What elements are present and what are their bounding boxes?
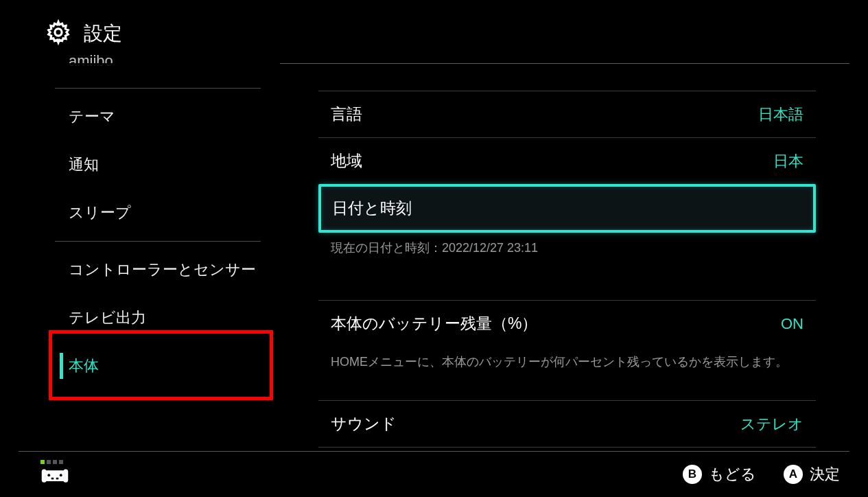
setting-datetime[interactable]: 日付と時刻 (318, 184, 816, 233)
back-button-hint[interactable]: B もどる (683, 464, 756, 485)
setting-value: ステレオ (740, 414, 804, 435)
setting-sound[interactable]: サウンド ステレオ (318, 400, 816, 447)
sidebar-item-tv-output[interactable]: テレビ出力 (55, 294, 280, 342)
settings-content: 言語 日本語 地域 日本 日付と時刻 現在の日付と時刻：2022/12/27 2… (280, 63, 868, 448)
sidebar-item-label: amiibo (69, 52, 113, 69)
sidebar-item-label: コントローラーとセンサー (69, 261, 256, 278)
select-label: 決定 (810, 464, 840, 485)
controller-status (40, 460, 69, 489)
svg-rect-2 (42, 470, 47, 483)
sidebar-item-label: 通知 (69, 156, 99, 173)
setting-label: サウンド (331, 413, 397, 435)
setting-value: 日本 (773, 151, 804, 172)
sidebar-item-system[interactable]: 本体 (55, 342, 280, 390)
sidebar-item-label: テレビ出力 (69, 309, 146, 326)
select-button-hint[interactable]: A 決定 (784, 464, 840, 485)
b-button-icon: B (683, 465, 702, 484)
svg-rect-7 (56, 478, 59, 480)
setting-language[interactable]: 言語 日本語 (318, 91, 816, 137)
sidebar-divider (55, 88, 261, 89)
setting-label: 言語 (331, 104, 362, 125)
setting-label: 本体のバッテリー残量（%） (331, 313, 537, 334)
back-label: もどる (709, 464, 756, 485)
sidebar-item-amiibo[interactable]: amiibo (55, 52, 280, 84)
setting-value: ON (781, 315, 804, 333)
page-title: 設定 (84, 21, 122, 47)
svg-point-4 (47, 474, 50, 476)
setting-label: 日付と時刻 (332, 198, 412, 219)
setting-region[interactable]: 地域 日本 (318, 137, 816, 184)
setting-datetime-desc: 現在の日付と時刻：2022/12/27 23:11 (318, 233, 816, 273)
player-indicator (40, 460, 63, 464)
gear-icon (45, 19, 71, 48)
svg-point-0 (55, 29, 62, 36)
sidebar-item-label: テーマ (69, 108, 115, 125)
sidebar-item-label: 本体 (69, 357, 99, 374)
setting-battery-desc: HOMEメニューに、本体のバッテリーが何パーセント残っているかを表示します。 (318, 347, 816, 386)
sidebar-item-sleep[interactable]: スリープ (55, 189, 280, 237)
a-button-icon: A (784, 465, 803, 484)
sidebar-item-controllers[interactable]: コントローラーとセンサー (55, 246, 280, 294)
sidebar-item-theme[interactable]: テーマ (55, 93, 280, 141)
svg-rect-3 (63, 470, 68, 483)
sidebar-item-label: スリープ (69, 204, 131, 221)
setting-value: 日本語 (758, 104, 804, 125)
sidebar-item-notifications[interactable]: 通知 (55, 141, 280, 189)
controller-icon (40, 467, 69, 489)
setting-battery-percent[interactable]: 本体のバッテリー残量（%） ON (318, 300, 816, 347)
svg-rect-6 (51, 478, 54, 480)
sidebar-divider (55, 241, 261, 242)
settings-sidebar: amiibo テーマ 通知 スリープ コントローラーとセンサー テレビ出力 本体 (0, 63, 280, 448)
svg-point-5 (60, 474, 62, 476)
setting-label: 地域 (331, 150, 362, 172)
